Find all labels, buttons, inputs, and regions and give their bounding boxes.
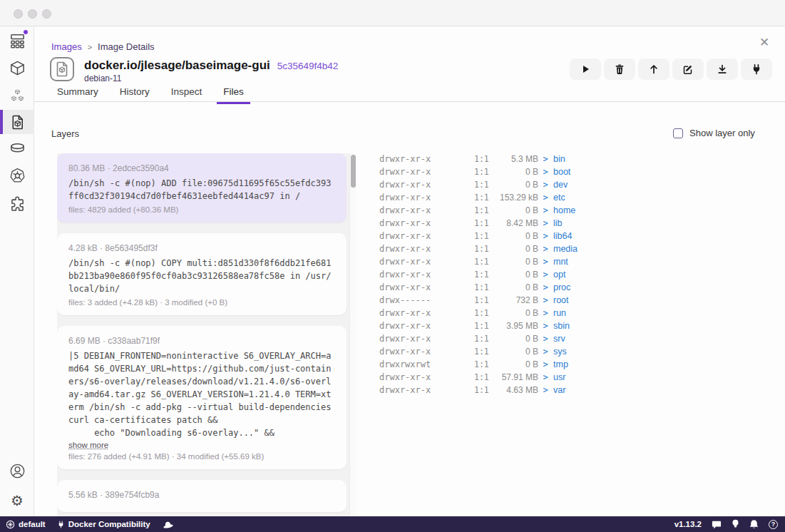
file-name[interactable]: tmp [553,358,686,371]
file-name[interactable]: mnt [553,255,686,268]
file-row[interactable]: drwxr-xr-x1:10 B>proc [379,281,686,294]
file-row[interactable]: drwxr-xr-x1:10 B>mnt [379,255,686,268]
breadcrumb-images-link[interactable]: Images [51,41,82,52]
traffic-light-zoom-icon[interactable] [42,9,51,19]
sidebar-item-pods[interactable] [0,82,34,110]
show-layer-only-checkbox[interactable] [673,128,683,138]
file-name[interactable]: sbin [553,319,686,332]
app-window: ⚙ Images > Image Details docker.io/jlesa… [0,0,785,532]
file-name[interactable]: usr [553,371,686,384]
scrollbar-thumb[interactable] [351,155,356,188]
feedback-button[interactable] [712,520,722,529]
machine-status[interactable]: default [6,520,46,529]
delete-image-button[interactable] [604,58,635,80]
file-row[interactable]: drwxr-xr-x1:10 B>media [379,242,686,255]
file-name[interactable]: bin [553,153,686,165]
chevron-right-icon[interactable]: > [538,371,553,384]
file-row[interactable]: drwxr-xr-x1:10 B>run [379,307,686,319]
file-row[interactable]: drwxr-xr-x1:10 B>home [379,204,686,217]
sidebar-item-dashboard[interactable] [0,26,34,54]
edit-image-button[interactable] [672,58,704,80]
containers-icon [9,60,26,76]
file-name[interactable]: var [553,384,686,397]
file-row[interactable]: drwxr-xr-x1:10 B>opt [379,268,686,281]
machine-name: default [19,520,46,528]
image-tag: debian-11 [84,73,122,83]
chevron-right-icon[interactable]: > [538,204,553,217]
chevron-right-icon[interactable]: > [538,255,553,268]
chevron-right-icon[interactable]: > [538,191,553,204]
help-icon[interactable]: ? [769,520,778,529]
file-name[interactable]: etc [553,191,686,204]
sidebar-item-account[interactable] [0,457,34,485]
file-name[interactable]: opt [553,268,686,281]
traffic-light-close-icon[interactable] [14,9,23,19]
file-row[interactable]: drwxr-xr-x1:157.91 MB>usr [379,371,686,384]
chevron-right-icon[interactable]: > [538,281,553,294]
sidebar-item-volumes[interactable] [0,134,34,162]
file-name[interactable]: proc [553,281,686,294]
file-name[interactable]: lib64 [553,230,686,242]
layers-scrollbar[interactable] [349,153,356,516]
chevron-right-icon[interactable]: > [538,230,553,242]
file-row[interactable]: drwxr-xr-x1:10 B>boot [379,165,686,178]
file-name[interactable]: sys [553,345,686,358]
chevron-right-icon[interactable]: > [538,294,553,307]
file-name[interactable]: boot [553,165,686,178]
sidebar-item-containers[interactable] [0,54,34,82]
chevron-right-icon[interactable]: > [538,178,553,191]
file-row[interactable]: drwxr-xr-x1:10 B>lib64 [379,230,686,242]
close-icon[interactable]: ✕ [757,35,771,49]
file-name[interactable]: root [553,294,686,307]
run-image-button[interactable] [570,58,601,80]
lightbulb-button[interactable] [732,519,739,529]
file-row[interactable]: drwxr-xr-x1:10 B>srv [379,332,686,345]
chevron-right-icon[interactable]: > [538,307,553,319]
chevron-right-icon[interactable]: > [538,345,553,358]
layer-card[interactable]: 80.36 MB · 2edcec3590a4/bin/sh -c #(nop)… [57,153,347,222]
file-row[interactable]: drwxr-xr-x1:18.42 MB>lib [379,217,686,230]
file-row[interactable]: drwxr-xr-x1:15.3 MB>bin [379,153,686,165]
notifications-button[interactable] [749,519,759,529]
chevron-right-icon[interactable]: > [538,319,553,332]
file-name[interactable]: dev [553,178,686,191]
chevron-right-icon[interactable]: > [538,242,553,255]
file-name[interactable]: media [553,242,686,255]
sidebar-item-settings[interactable]: ⚙ [0,485,34,516]
file-name[interactable]: srv [553,332,686,345]
file-row[interactable]: drwxr-xr-x1:14.63 MB>var [379,384,686,397]
save-image-button[interactable] [707,58,738,80]
layer-card[interactable]: 5.56 kB · 389e754fcb9a [57,480,347,512]
layer-card[interactable]: 6.69 MB · c338aab71f9f|5 DEBIAN_FRONTEND… [57,326,347,469]
layer-meta: 4.28 kB · 8e563495df3f [68,243,335,253]
file-name[interactable]: home [553,204,686,217]
chevron-right-icon[interactable]: > [538,358,553,371]
traffic-light-minimize-icon[interactable] [28,9,37,19]
chevron-right-icon[interactable]: > [538,332,553,345]
sidebar-item-images[interactable] [0,110,34,134]
file-row[interactable]: drwxrwxrwt1:10 B>tmp [379,358,686,371]
docker-compatibility-status[interactable]: Docker Compatibility [57,520,150,529]
show-layer-only-toggle[interactable]: Show layer only [673,128,755,138]
chevron-right-icon[interactable]: > [538,268,553,281]
chevron-right-icon[interactable]: > [538,153,553,165]
file-name[interactable]: lib [553,217,686,230]
file-row[interactable]: drwxr-xr-x1:13.95 MB>sbin [379,319,686,332]
podman-desktop-status[interactable] [162,520,174,529]
sidebar-item-kubernetes[interactable] [0,162,34,190]
file-row[interactable]: drwxr-xr-x1:1153.29 kB>etc [379,191,686,204]
file-tree: drwxr-xr-x1:15.3 MB>bindrwxr-xr-x1:10 B>… [379,153,686,397]
chevron-right-icon[interactable]: > [538,384,553,397]
connect-image-button[interactable] [741,58,772,80]
push-image-button[interactable] [638,58,669,80]
chevron-right-icon[interactable]: > [538,165,553,178]
chevron-right-icon[interactable]: > [538,217,553,230]
file-row[interactable]: drwxr-xr-x1:10 B>dev [379,178,686,191]
layer-card[interactable]: 4.28 kB · 8e563495df3f/bin/sh -c #(nop) … [57,233,347,315]
file-name[interactable]: run [553,307,686,319]
sidebar-item-extensions[interactable] [0,190,34,218]
file-permissions: drwxrwxrwt [379,358,474,371]
file-row[interactable]: drwx------1:1732 B>root [379,294,686,307]
show-more-link[interactable]: show more [68,441,108,449]
file-row[interactable]: drwxr-xr-x1:10 B>sys [379,345,686,358]
